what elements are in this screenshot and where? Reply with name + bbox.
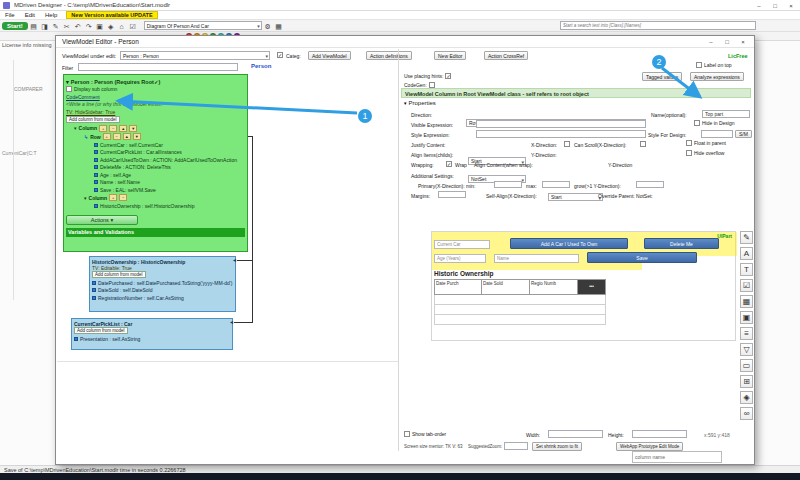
save-icon[interactable]: ◨ [40,21,50,31]
style-for-design-input[interactable] [701,130,733,138]
name-optional-input[interactable] [702,110,750,118]
action-definitions-button[interactable]: Action definitions [366,51,412,60]
cut-icon[interactable]: ✂ [62,21,72,31]
menu-edit[interactable]: Edit [20,12,40,18]
diagram-selector[interactable]: Diagram Of Person And Car [144,21,262,30]
table-header-cell[interactable]: Regio Numb [530,279,578,295]
analyze-expressions-button[interactable]: Analyze expressions [690,72,744,81]
delete-me-button[interactable]: Delete Me [644,238,719,249]
x-direction-checkbox[interactable] [564,141,570,147]
tree-item[interactable]: Presentation : self.AsString [74,336,230,342]
table-row[interactable] [434,295,606,305]
tree-item[interactable]: CurrentCar : self.CurrentCar [66,142,245,148]
properties-section-header[interactable]: ▾ Properties [404,100,436,106]
add-viewmodel-button[interactable]: Add ViewModel [308,51,351,60]
dialog-minimize-button[interactable]: – [704,37,718,47]
grid-icon[interactable]: ⊞ [740,375,753,388]
historic-add-column-button[interactable]: Add column from model [92,271,146,278]
height-input[interactable] [632,430,687,438]
grow-input[interactable] [636,181,664,188]
window-minimize-button[interactable]: – [752,1,766,11]
button-icon[interactable]: ▭ [740,359,753,372]
tree-item[interactable]: DeleteMe : ACTION: DeleteThis [66,164,245,170]
table-row[interactable] [434,305,606,315]
hide-in-design-checkbox[interactable] [694,120,700,126]
style-sm-button[interactable]: S/M [735,130,752,138]
tv-hidesidebar[interactable]: TV: HideSidebar: True [66,109,115,115]
combo-icon[interactable]: ▽ [740,343,753,356]
update-banner[interactable]: New Version available UPDATE [66,11,157,19]
dialog-maximize-button[interactable]: □ [720,37,734,47]
historic-ownership-box[interactable]: HistoricOwnership : HistoricOwnership TV… [89,256,236,312]
row-move-up-button[interactable]: ▲ [123,133,131,140]
label-icon[interactable]: A [740,247,753,260]
tree-item[interactable]: AddACarIUsedToOwn : ACTION: AddACarIUsed… [66,157,245,163]
action-crossref-button[interactable]: Action CrossRef [484,51,528,60]
wrap-checkbox[interactable]: ✓ [446,161,452,167]
comment-hint[interactable]: <Write a line (or why this ViewModel exi… [66,101,164,107]
settings-icon[interactable]: ⚙ [263,21,273,31]
tree-item[interactable]: Save : EAL: selfVM.Save [66,187,245,193]
add-car-button[interactable]: Add A Car I Used To Own [510,238,628,249]
column-expander-icon[interactable]: ▾ [74,125,77,131]
link-icon[interactable]: ∞ [740,407,753,420]
open-icon[interactable]: ▤ [29,21,39,31]
actions-section-header[interactable]: Actions ▾ [66,215,138,225]
dialog-titlebar[interactable]: ViewModel Editor - Person – □ × [56,36,754,48]
row-node-label[interactable]: Row [90,134,101,140]
primary-min-input[interactable] [494,181,522,188]
visible-expression-input[interactable] [476,120,646,128]
chart-icon[interactable]: ◈ [740,391,753,404]
shrink-zoom-button[interactable]: Set shrink zoom to fit [532,442,582,451]
menu-help[interactable]: Help [40,12,62,18]
variables-section-header[interactable]: Variables and Validations [66,228,245,237]
margins-input[interactable] [438,191,466,198]
use-placing-hints-checkbox[interactable]: ✓ [445,73,451,79]
tree-item[interactable]: HistoricOwnership : self.HistoricOwnersh… [66,203,245,209]
undo-icon[interactable]: ↶ [73,21,83,31]
webapp-prototype-button[interactable]: WebApp Prototype Edit Mode [616,442,683,451]
checkbox-icon[interactable]: ☑ [740,279,753,292]
can-scroll-checkbox[interactable] [640,141,646,147]
column-move-up-button[interactable]: ▲ [119,125,127,132]
style-expression-input[interactable] [476,130,646,138]
class-icon[interactable]: ▣ [95,21,105,31]
table-row[interactable] [434,315,606,325]
window-close-button[interactable]: × [784,1,798,11]
diagram-icon[interactable]: ◈ [106,21,116,31]
row-add-button[interactable]: + [103,133,111,140]
column2-expander-icon[interactable]: ▾ [84,195,87,201]
text-icon[interactable]: T [740,263,753,276]
row-remove-button[interactable]: − [113,133,121,140]
age-field[interactable]: Age (Years) [434,254,486,263]
column2-remove-button[interactable]: − [119,194,127,201]
width-input[interactable] [548,430,603,438]
start-button[interactable]: Start! [2,22,28,30]
historic-ownership-table[interactable]: Date Purch Date Sold Regio Numb ••• [434,279,606,295]
tree-item[interactable]: Age : self.Age [66,172,245,178]
redo-icon[interactable]: ↷ [84,21,94,31]
grid-icon[interactable]: ▦ [274,21,284,31]
table-header-cell[interactable]: Date Purch [434,279,482,295]
column2-node-label[interactable]: Column [89,195,108,201]
edit-icon[interactable]: ✎ [740,231,753,244]
tree-item[interactable]: Name : self.Name [66,179,245,185]
categ-checkbox[interactable]: ✓ [277,52,283,58]
column-add-button[interactable]: + [99,125,107,132]
tree-expander-icon[interactable]: ▾ [66,79,69,85]
column2-add-button[interactable]: + [109,194,117,201]
column-move-down-button[interactable]: ▼ [129,125,137,132]
filter-input[interactable] [78,63,238,71]
hide-overflow-checkbox[interactable] [686,150,692,156]
window-maximize-button[interactable]: □ [768,1,782,11]
picklist-box[interactable]: CurrentCarPickList : Car Add column from… [71,318,233,350]
name-field[interactable]: Name [494,254,579,263]
table-more-button[interactable]: ••• [578,279,606,295]
panel-splitter[interactable] [398,49,399,451]
column-remove-button[interactable]: − [109,125,117,132]
column-node-label[interactable]: Column [79,125,98,131]
new-editor-button[interactable]: New Editor [434,51,466,60]
tagged-values-button[interactable]: Tagged values [642,72,682,81]
align-content-combo[interactable]: Start [548,193,603,201]
list-icon[interactable]: ≡ [740,327,753,340]
